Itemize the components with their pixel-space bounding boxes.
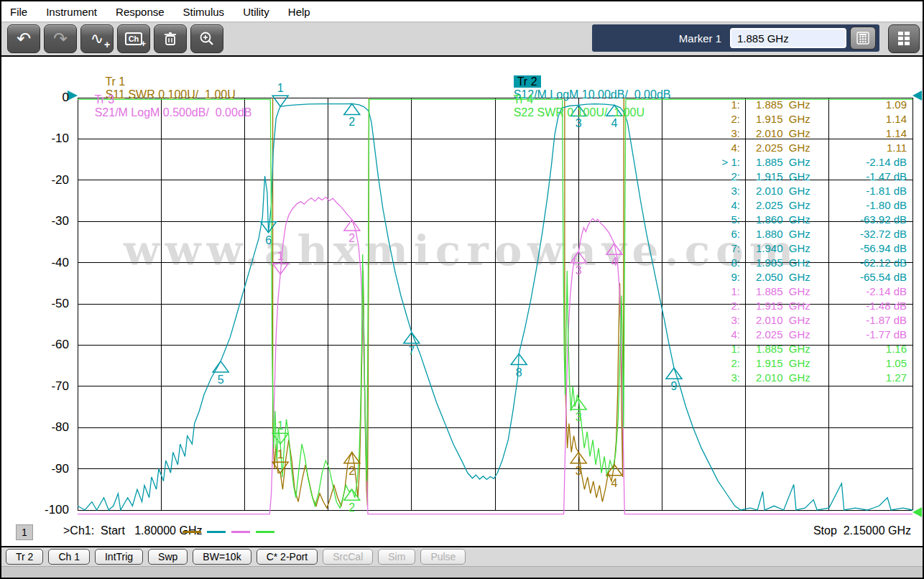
marker-glyph-5[interactable]: 5 [213, 361, 228, 386]
svg-text:2: 2 [348, 465, 355, 477]
marker-table-row: 3:2.010 GHz-1.87 dB [707, 313, 907, 328]
marker-table-row: 2:1.915 GHz1.14 [707, 112, 907, 126]
svg-text:3: 3 [576, 465, 582, 477]
y-tick-label: -70 [24, 379, 69, 394]
keypad-icon [856, 31, 870, 45]
marker-table-row: 2:1.915 GHz-1.48 dB [707, 299, 907, 313]
trace4-desc: S22 SWR 0.100U/ 1.00U [514, 106, 645, 119]
y-tick-label: -10 [24, 131, 69, 146]
reference-level-arrow[interactable] [913, 91, 922, 101]
zoom-in-button[interactable] [190, 24, 223, 53]
marker-table-row: 1:1.885 GHz-2.14 dB [707, 284, 907, 299]
statusbar-sim[interactable]: Sim [378, 549, 415, 565]
marker-glyph-9[interactable]: 9 [666, 368, 682, 392]
trace4-id: Tr 4 [513, 93, 533, 106]
y-tick-label: -60 [24, 338, 69, 352]
add-trace-icon: ∿+ [91, 31, 103, 47]
trace3-desc: S21/M LogM 0.500dB/ 0.00dB [95, 106, 252, 119]
marker-table-row: 4:2.025 GHz-1.80 dB [707, 198, 907, 213]
watermark-text: www.ahxmicrowave.com [123, 226, 799, 275]
channel-indicator[interactable]: 1 [16, 524, 33, 540]
marker-table-row: 3:2.010 GHz1.27 [707, 371, 907, 385]
statusbar-tr-2[interactable]: Tr 2 [6, 549, 43, 565]
svg-text:2: 2 [348, 232, 355, 244]
menu-instrument[interactable]: Instrument [46, 6, 97, 18]
reference-level-arrow[interactable] [913, 507, 922, 517]
trace-curve-1 [273, 98, 624, 508]
graticule-area: www.ahxmicrowave.com12345678912341234123… [1, 55, 923, 546]
keypad-button[interactable] [850, 27, 876, 50]
svg-text:4: 4 [611, 256, 618, 268]
marker-table-row: 9:2.050 GHz-65.54 dB [707, 270, 907, 284]
menu-response[interactable]: Response [116, 6, 165, 18]
statusbar-srccal[interactable]: SrcCal [323, 549, 373, 565]
softkey-menu-button[interactable] [888, 24, 920, 53]
toolbar: ↶ ↷ ∿+ Ch+ [1, 22, 923, 55]
marker-table-row: 6:1.880 GHz-32.72 dB [707, 227, 907, 241]
marker-table-row: 5:1.860 GHz-63.92 dB [707, 213, 907, 227]
marker-frequency-input[interactable] [730, 28, 846, 48]
add-trace-button[interactable]: ∿+ [80, 24, 114, 53]
y-tick-label: -90 [24, 462, 69, 476]
color-dash-green [256, 531, 274, 533]
y-tick-label: -50 [24, 297, 69, 311]
statusbar-c-2-port[interactable]: C* 2-Port [257, 549, 318, 565]
svg-text:3: 3 [576, 411, 582, 423]
marker-readout-table: 1:1.885 GHz1.092:1.915 GHz1.143:2.010 GH… [707, 98, 907, 385]
svg-text:2: 2 [348, 501, 355, 514]
marker-table-row: 4:2.025 GHz-1.77 dB [707, 328, 907, 342]
marker-glyph-2[interactable]: 2 [344, 103, 360, 128]
delete-button[interactable] [154, 24, 187, 53]
grid-menu-icon [897, 30, 911, 47]
y-tick-label: -30 [24, 214, 69, 228]
undo-icon: ↶ [17, 30, 31, 47]
channel-row: 1 >Ch1: Start 1.80000 GHz Stop 2.15000 G… [1, 522, 923, 542]
y-tick-label: -20 [24, 173, 69, 187]
svg-text:3: 3 [576, 264, 582, 277]
bottom-strip [1, 566, 923, 579]
y-tick-label: -40 [24, 256, 69, 270]
trash-icon [162, 31, 178, 47]
menu-stimulus[interactable]: Stimulus [183, 6, 225, 18]
status-bar: Tr 2Ch 1IntTrigSwpBW=10kC* 2-PortSrcCalS… [1, 546, 923, 566]
statusbar-inttrig[interactable]: IntTrig [95, 549, 143, 565]
svg-text:1: 1 [277, 448, 284, 460]
menu-file[interactable]: File [10, 6, 27, 18]
svg-text:7: 7 [408, 345, 415, 357]
trace-color-key [183, 531, 280, 533]
menu-help[interactable]: Help [288, 6, 310, 18]
sweep-stop-label: Stop 2.15000 GHz [813, 524, 911, 537]
svg-text:1: 1 [277, 420, 284, 432]
svg-text:9: 9 [671, 380, 678, 392]
trace4-legend[interactable]: Tr 4 S22 SWR 0.100U/ 1.00U [494, 80, 645, 132]
svg-text:6: 6 [265, 234, 272, 246]
y-tick-label: 0 [24, 91, 69, 105]
svg-text:5: 5 [218, 374, 224, 386]
color-dash-magenta [231, 531, 250, 533]
marker-panel: Marker 1 [592, 24, 879, 52]
redo-button[interactable]: ↷ [44, 24, 77, 53]
marker-table-row: 1:1.885 GHz1.09 [707, 98, 907, 112]
trace3-legend[interactable]: Tr 3 S21/M LogM 0.500dB/ 0.00dB [75, 80, 251, 132]
statusbar-ch-1[interactable]: Ch 1 [48, 549, 90, 565]
sweep-start-label: >Ch1: Start 1.80000 GHz [63, 524, 202, 537]
marker-table-row: 1:1.885 GHz1.16 [707, 342, 907, 356]
add-channel-button[interactable]: Ch+ [117, 24, 150, 53]
add-channel-icon: Ch+ [125, 32, 143, 45]
svg-text:4: 4 [611, 477, 618, 489]
marker-label: Marker 1 [679, 32, 721, 45]
statusbar-swp[interactable]: Swp [148, 549, 188, 565]
trace3-id: Tr 3 [94, 93, 114, 106]
marker-table-row: 7:1.940 GHz-56.94 dB [707, 241, 907, 256]
svg-text:1: 1 [277, 250, 284, 262]
marker-table-row: 3:2.010 GHz1.14 [707, 126, 907, 141]
marker-glyph-1[interactable]: 1 [272, 82, 288, 106]
marker-table-row: 8:1.985 GHz-62.12 dB [707, 256, 907, 270]
statusbar-pulse[interactable]: Pulse [420, 549, 466, 565]
menu-utility[interactable]: Utility [243, 6, 269, 18]
menu-bar: FileInstrumentResponseStimulusUtilityHel… [1, 1, 923, 22]
svg-text:8: 8 [516, 366, 522, 379]
undo-button[interactable]: ↶ [7, 24, 40, 53]
marker-table-row: > 1:1.885 GHz-2.14 dB [707, 155, 907, 170]
statusbar-bw-10k[interactable]: BW=10k [193, 549, 251, 565]
